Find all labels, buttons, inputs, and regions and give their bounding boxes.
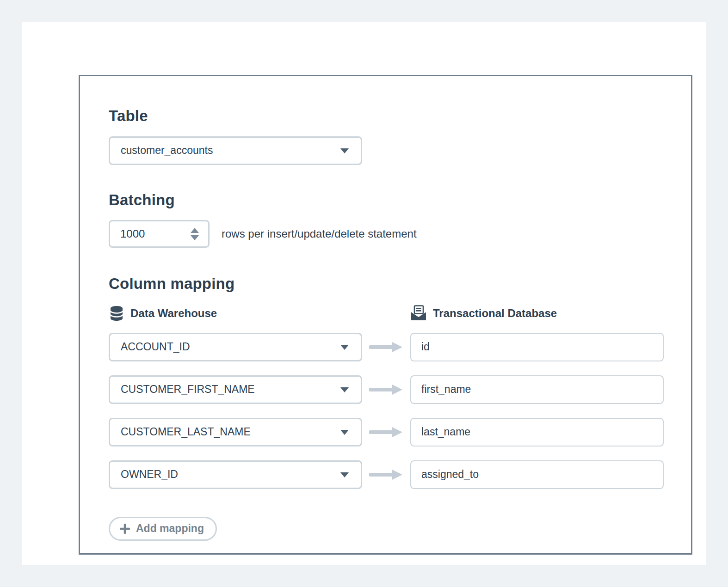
chevron-down-icon: [340, 472, 349, 477]
batch-size-caption: rows per insert/update/delete statement: [222, 227, 417, 240]
destination-field-input[interactable]: [410, 333, 664, 361]
database-icon: [109, 305, 124, 322]
content-panel: Table customer_accounts Batching rows pe…: [22, 22, 706, 565]
sync-config-card: Table customer_accounts Batching rows pe…: [79, 75, 692, 555]
destination-column-label-text: Transactional Database: [433, 307, 557, 320]
add-mapping-button-label: Add mapping: [136, 522, 204, 535]
source-column-select[interactable]: CUSTOMER_FIRST_NAME: [109, 375, 362, 404]
table-select-value: customer_accounts: [121, 144, 213, 157]
chevron-down-icon: [340, 345, 349, 350]
source-column-label-text: Data Warehouse: [130, 307, 217, 320]
inbox-document-icon: [410, 305, 427, 322]
column-mapping-header: Data Warehouse Transactional Database: [109, 305, 663, 322]
source-column-value: OWNER_ID: [121, 468, 178, 481]
mapping-row: OWNER_ID: [109, 460, 663, 489]
mapping-row: CUSTOMER_FIRST_NAME: [109, 375, 663, 404]
source-column-select[interactable]: ACCOUNT_ID: [109, 333, 362, 361]
chevron-down-icon: [340, 430, 349, 435]
chevron-down-icon: [340, 148, 349, 153]
source-column-select[interactable]: CUSTOMER_LAST_NAME: [109, 418, 362, 446]
table-section-heading: Table: [109, 107, 663, 125]
destination-column-label: Transactional Database: [410, 305, 664, 322]
source-column-value: CUSTOMER_FIRST_NAME: [121, 383, 255, 396]
destination-field-input[interactable]: [410, 375, 664, 404]
mapping-row: ACCOUNT_ID: [109, 333, 663, 361]
destination-field-input[interactable]: [410, 460, 664, 489]
source-column-value: ACCOUNT_ID: [121, 341, 190, 353]
add-mapping-button[interactable]: Add mapping: [109, 517, 217, 541]
arrow-right-icon: [362, 469, 410, 481]
column-mapping-heading: Column mapping: [109, 275, 663, 293]
arrow-right-icon: [362, 426, 410, 438]
batch-size-input[interactable]: [120, 227, 171, 240]
chevron-down-icon: [340, 387, 349, 392]
table-select[interactable]: customer_accounts: [109, 136, 362, 165]
stepper-arrows: [191, 228, 199, 240]
arrow-right-icon: [362, 341, 410, 353]
source-column-select[interactable]: OWNER_ID: [109, 460, 362, 489]
stepper-down-icon[interactable]: [191, 235, 199, 240]
plus-icon: [120, 524, 130, 534]
stepper-up-icon[interactable]: [191, 228, 199, 233]
source-column-value: CUSTOMER_LAST_NAME: [121, 426, 251, 438]
destination-field-input[interactable]: [410, 418, 664, 446]
source-column-label: Data Warehouse: [109, 305, 362, 322]
batch-size-stepper[interactable]: [109, 220, 210, 248]
batching-row: rows per insert/update/delete statement: [109, 220, 663, 248]
arrow-right-icon: [362, 384, 410, 396]
mapping-row: CUSTOMER_LAST_NAME: [109, 418, 663, 446]
batching-section-heading: Batching: [109, 191, 663, 209]
